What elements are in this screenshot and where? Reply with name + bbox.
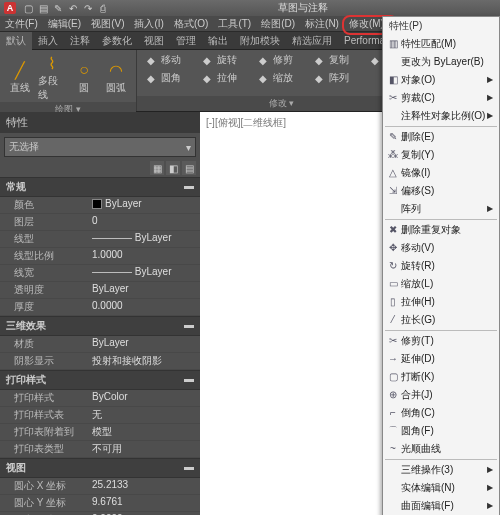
ribbon-tab[interactable]: 附加模块 (234, 32, 286, 50)
property-category[interactable]: 三维效果▬ (0, 316, 200, 336)
menu-item[interactable]: ⊕合并(J) (383, 386, 499, 404)
menu-item[interactable]: ▯拉伸(H) (383, 293, 499, 311)
property-value[interactable]: 模型 (92, 425, 200, 439)
ribbon-tab[interactable]: 输出 (202, 32, 234, 50)
property-row[interactable]: 材质ByLayer (0, 336, 200, 353)
property-value[interactable]: 0.0000 (92, 300, 200, 314)
menu-item[interactable]: 更改为 ByLayer(B) (383, 53, 499, 71)
menu-item[interactable]: ✥移动(V) (383, 239, 499, 257)
property-value[interactable]: 无 (92, 408, 200, 422)
menu-item[interactable]: 视图(V) (86, 16, 129, 32)
property-value[interactable]: ByLayer (92, 283, 200, 297)
property-value[interactable]: 投射和接收阴影 (92, 354, 200, 368)
menu-item[interactable]: ↻旋转(R) (383, 257, 499, 275)
property-category[interactable]: 常规▬ (0, 177, 200, 197)
ribbon-tab[interactable]: 默认 (0, 32, 32, 50)
ribbon-tab[interactable]: 参数化 (96, 32, 138, 50)
ribbon-tab[interactable]: 视图 (138, 32, 170, 50)
menu-header[interactable]: 特性(P) (383, 17, 499, 35)
property-category[interactable]: 打印样式▬ (0, 370, 200, 390)
property-value[interactable]: ———— ByLayer (92, 266, 200, 280)
prop-tool-icon[interactable]: ▤ (182, 161, 196, 175)
property-category[interactable]: 视图▬ (0, 458, 200, 478)
qat-new-icon[interactable]: ▢ (22, 2, 34, 14)
menu-item[interactable]: 三维操作(3)▶ (383, 461, 499, 479)
ribbon-tab[interactable]: 注释 (64, 32, 96, 50)
property-row[interactable]: 厚度0.0000 (0, 299, 200, 316)
property-value[interactable]: 不可用 (92, 442, 200, 456)
menu-item[interactable]: 绘图(D) (256, 16, 300, 32)
property-row[interactable]: 打印样式ByColor (0, 390, 200, 407)
ribbon-button[interactable]: ╱直线 (6, 59, 34, 95)
menu-item[interactable]: 实体编辑(N)▶ (383, 479, 499, 497)
prop-tool-icon[interactable]: ◧ (166, 161, 180, 175)
menu-item[interactable]: 插入(I) (129, 16, 168, 32)
menu-item[interactable]: ⌐倒角(C) (383, 404, 499, 422)
ribbon-small-button[interactable]: ◆缩放 (255, 70, 303, 86)
qat-print-icon[interactable]: ⎙ (97, 2, 109, 14)
selection-dropdown[interactable]: 无选择 ▾ (4, 137, 196, 157)
ribbon-button[interactable]: ○圆 (70, 59, 98, 95)
menu-item[interactable]: ⌒圆角(F) (383, 422, 499, 440)
menu-item[interactable]: △镜像(I) (383, 164, 499, 182)
ribbon-button[interactable]: ◠圆弧 (102, 59, 130, 95)
ribbon-small-button[interactable]: ◆圆角 (143, 70, 191, 86)
ribbon-tab[interactable]: 插入 (32, 32, 64, 50)
menu-item[interactable]: 编辑(E) (43, 16, 86, 32)
ribbon-small-button[interactable]: ◆修剪 (255, 52, 303, 68)
menu-item[interactable]: 曲面编辑(F)▶ (383, 497, 499, 515)
ribbon-tab[interactable]: 精选应用 (286, 32, 338, 50)
menu-item[interactable]: ✂修剪(T) (383, 332, 499, 350)
menu-item[interactable]: ✂剪裁(C)▶ (383, 89, 499, 107)
menu-item[interactable]: ▥特性匹配(M) (383, 35, 499, 53)
property-row[interactable]: 打印样式表无 (0, 407, 200, 424)
property-row[interactable]: 圆心 X 坐标25.2133 (0, 478, 200, 495)
menu-item[interactable]: 文件(F) (0, 16, 43, 32)
ribbon-tab[interactable]: 管理 (170, 32, 202, 50)
property-value[interactable]: 1.0000 (92, 249, 200, 263)
ribbon-button[interactable]: ⌇多段线 (38, 52, 66, 102)
property-row[interactable]: 线宽———— ByLayer (0, 265, 200, 282)
menu-item[interactable]: ▭缩放(L) (383, 275, 499, 293)
qat-save-icon[interactable]: ✎ (52, 2, 64, 14)
ribbon-small-button[interactable]: ◆移动 (143, 52, 191, 68)
property-row[interactable]: 线型比例1.0000 (0, 248, 200, 265)
menu-item[interactable]: ◧对象(O)▶ (383, 71, 499, 89)
menu-item[interactable]: →延伸(D) (383, 350, 499, 368)
property-value[interactable]: ByColor (92, 391, 200, 405)
property-row[interactable]: 打印表附着到模型 (0, 424, 200, 441)
menu-item[interactable]: 阵列▶ (383, 200, 499, 218)
property-row[interactable]: 颜色ByLayer (0, 197, 200, 214)
ribbon-small-button[interactable]: ◆旋转 (199, 52, 247, 68)
property-row[interactable]: 打印表类型不可用 (0, 441, 200, 458)
app-logo[interactable]: A (4, 2, 16, 14)
property-value[interactable]: ByLayer (92, 337, 200, 351)
property-value[interactable]: 0 (92, 215, 200, 229)
menu-item[interactable]: 工具(T) (213, 16, 256, 32)
ribbon-small-button[interactable]: ◆阵列 (311, 70, 359, 86)
menu-item[interactable]: ∕拉长(G) (383, 311, 499, 329)
property-row[interactable]: 线型———— ByLayer (0, 231, 200, 248)
menu-item[interactable]: 注释性对象比例(O)▶ (383, 107, 499, 125)
menu-item[interactable]: ⁂复制(Y) (383, 146, 499, 164)
property-row[interactable]: 图层0 (0, 214, 200, 231)
menu-item[interactable]: ✖删除重复对象 (383, 221, 499, 239)
property-value[interactable]: ByLayer (92, 198, 200, 212)
viewport-label[interactable]: [-][俯视][二维线框] (206, 116, 286, 130)
menu-item[interactable]: ▢打断(K) (383, 368, 499, 386)
qat-redo-icon[interactable]: ↷ (82, 2, 94, 14)
ribbon-small-button[interactable]: ◆复制 (311, 52, 359, 68)
qat-open-icon[interactable]: ▤ (37, 2, 49, 14)
menu-item[interactable]: ~光顺曲线 (383, 440, 499, 458)
property-row[interactable]: 透明度ByLayer (0, 282, 200, 299)
property-row[interactable]: 圆心 Y 坐标9.6761 (0, 495, 200, 512)
ribbon-small-button[interactable]: ◆拉伸 (199, 70, 247, 86)
property-value[interactable]: 25.2133 (92, 479, 200, 493)
menu-item[interactable]: ⇲偏移(S) (383, 182, 499, 200)
workspace-label[interactable]: 草图与注释 (109, 1, 496, 15)
property-row[interactable]: 阴影显示投射和接收阴影 (0, 353, 200, 370)
menu-item[interactable]: 标注(N) (300, 16, 344, 32)
menu-item[interactable]: 格式(O) (169, 16, 213, 32)
property-value[interactable]: ———— ByLayer (92, 232, 200, 246)
qat-undo-icon[interactable]: ↶ (67, 2, 79, 14)
